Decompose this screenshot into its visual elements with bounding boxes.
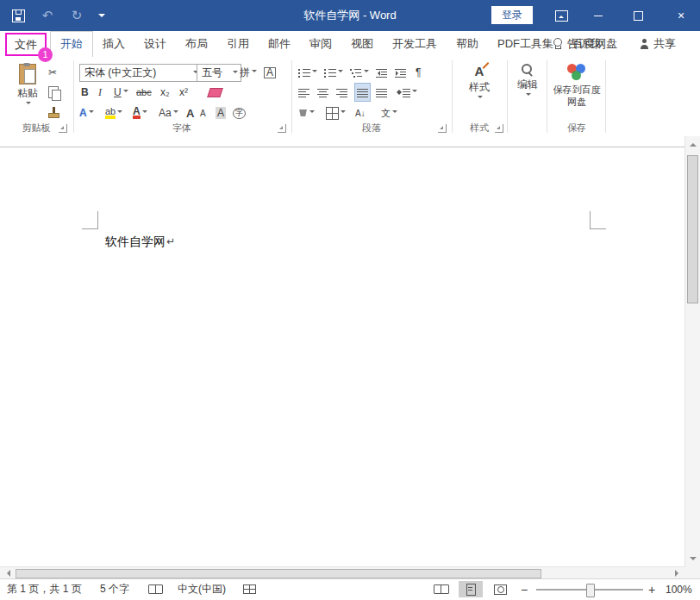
- horizontal-scrollbar[interactable]: [0, 566, 685, 579]
- align-center-button[interactable]: [317, 84, 328, 101]
- scroll-up-button[interactable]: [685, 140, 700, 147]
- tab-view[interactable]: 视图: [341, 31, 383, 57]
- character-border-button[interactable]: A: [264, 64, 276, 81]
- align-left-button[interactable]: [298, 84, 309, 101]
- tab-help[interactable]: 帮助: [447, 31, 488, 57]
- zoom-in-icon: +: [648, 583, 655, 597]
- shrink-font-button[interactable]: A: [200, 104, 206, 122]
- justify-icon: [357, 88, 368, 97]
- web-layout-button[interactable]: [488, 581, 512, 597]
- decrease-indent-button[interactable]: [376, 64, 388, 81]
- character-shading-button[interactable]: A: [216, 104, 226, 122]
- asian-layout-button[interactable]: 文: [381, 104, 397, 122]
- font-family-combo[interactable]: 宋体 (中文正文): [79, 64, 202, 82]
- share-button[interactable]: 共享: [640, 31, 676, 57]
- page-number-status[interactable]: 第 1 页，共 1 页: [7, 579, 82, 599]
- tab-pdf-tools[interactable]: PDF工具集: [488, 31, 563, 57]
- font-dialog-launcher[interactable]: [278, 124, 286, 133]
- caret-down-icon: [252, 70, 257, 75]
- format-painter-icon: [48, 107, 59, 118]
- styles-button-label: 样式: [469, 81, 490, 93]
- numbering-button[interactable]: [324, 64, 343, 81]
- tab-review[interactable]: 审阅: [300, 31, 341, 57]
- scroll-left-button[interactable]: [3, 567, 10, 579]
- paragraph-dialog-launcher[interactable]: [438, 124, 447, 133]
- tab-references[interactable]: 引用: [217, 31, 259, 57]
- document-text-line[interactable]: 软件自学网 ↵: [105, 234, 175, 250]
- minimize-button[interactable]: [583, 0, 614, 31]
- text-highlight-button[interactable]: ab: [105, 104, 122, 122]
- italic-button[interactable]: I: [98, 84, 102, 101]
- horizontal-scroll-thumb[interactable]: [16, 569, 541, 578]
- login-button[interactable]: 登录: [491, 6, 533, 24]
- tab-home[interactable]: 开始: [50, 31, 93, 57]
- show-hide-marks-button[interactable]: ¶: [416, 64, 421, 81]
- shading-button[interactable]: [298, 104, 315, 122]
- annotation-badge: 1: [38, 47, 53, 62]
- font-color-button[interactable]: A: [133, 104, 147, 122]
- multilevel-list-button[interactable]: [350, 64, 369, 81]
- pinyin-guide-button[interactable]: 拼: [240, 64, 257, 81]
- superscript-button[interactable]: x²: [179, 84, 188, 101]
- ribbon-display-options-button[interactable]: [547, 0, 576, 31]
- ribbon-display-icon: [555, 10, 568, 22]
- tab-insert[interactable]: 插入: [93, 31, 134, 57]
- enclose-characters-icon: 字: [233, 108, 246, 119]
- bullets-button[interactable]: [298, 64, 317, 81]
- scroll-right-button[interactable]: [675, 567, 682, 579]
- zoom-slider-thumb[interactable]: [586, 584, 595, 597]
- change-case-button[interactable]: Aa: [159, 104, 178, 122]
- sort-button[interactable]: A↓: [355, 104, 366, 122]
- align-right-button[interactable]: [336, 84, 347, 101]
- zoom-slider[interactable]: [536, 579, 643, 600]
- clear-formatting-button[interactable]: [209, 84, 222, 101]
- font-size-combo[interactable]: 五号: [197, 64, 241, 82]
- tab-developer[interactable]: 开发工具: [383, 31, 447, 57]
- paste-label: 粘贴: [17, 87, 38, 99]
- tab-mailings[interactable]: 邮件: [259, 31, 300, 57]
- underline-button[interactable]: U: [114, 84, 128, 101]
- vertical-scrollbar[interactable]: [684, 136, 700, 567]
- line-spacing-button[interactable]: [397, 84, 417, 101]
- justify-button[interactable]: [355, 84, 370, 101]
- clipboard-dialog-launcher[interactable]: [59, 124, 67, 133]
- print-layout-button[interactable]: [459, 581, 483, 597]
- borders-grid-icon: [326, 107, 339, 120]
- tell-me-button[interactable]: 告诉我: [553, 31, 601, 57]
- grow-font-button[interactable]: A: [186, 104, 194, 122]
- close-button[interactable]: ×: [662, 0, 700, 31]
- crop-mark: [82, 228, 98, 229]
- zoom-in-button[interactable]: +: [648, 579, 655, 599]
- line-spacing-icon: [397, 87, 402, 97]
- distribute-button[interactable]: [376, 84, 387, 101]
- word-count-status[interactable]: 5 个字: [100, 579, 129, 599]
- maximize-button[interactable]: [622, 0, 653, 31]
- ribbon-tab-row: 文件 1 开始 插入 设计 布局 引用 邮件 审阅 视图 开发工具 帮助 PDF…: [0, 31, 700, 57]
- input-mode-button[interactable]: [243, 579, 256, 599]
- increase-indent-button[interactable]: [395, 64, 407, 81]
- decrease-indent-icon: [376, 68, 388, 78]
- person-icon: [640, 39, 649, 49]
- editing-button[interactable]: 编辑: [510, 60, 545, 133]
- bold-button[interactable]: B: [81, 84, 89, 101]
- scroll-down-button[interactable]: [685, 557, 700, 564]
- text-effects-button[interactable]: A: [79, 104, 94, 122]
- read-mode-button[interactable]: [429, 581, 453, 597]
- strikethrough-button[interactable]: abc: [136, 84, 152, 101]
- subscript-button[interactable]: x₂: [160, 84, 170, 101]
- tab-layout[interactable]: 布局: [176, 31, 217, 57]
- styles-dialog-launcher[interactable]: [495, 124, 503, 133]
- ribbon-home: 粘贴 ✂ 剪贴板 宋体 (中文正文) 五号 拼 A: [0, 57, 700, 137]
- copy-button[interactable]: [48, 84, 59, 101]
- language-status[interactable]: 中文(中国): [178, 579, 226, 599]
- zoom-out-button[interactable]: −: [521, 579, 528, 599]
- cut-button[interactable]: ✂: [48, 64, 57, 81]
- document-page[interactable]: 软件自学网 ↵: [0, 136, 685, 567]
- enclose-characters-button[interactable]: 字: [233, 104, 246, 122]
- tab-design[interactable]: 设计: [134, 31, 176, 57]
- vertical-scroll-thumb[interactable]: [687, 155, 698, 303]
- zoom-level-button[interactable]: 100%: [666, 579, 692, 599]
- proofing-status-button[interactable]: [148, 579, 163, 599]
- format-painter-button[interactable]: [48, 103, 59, 121]
- borders-button[interactable]: [326, 104, 346, 122]
